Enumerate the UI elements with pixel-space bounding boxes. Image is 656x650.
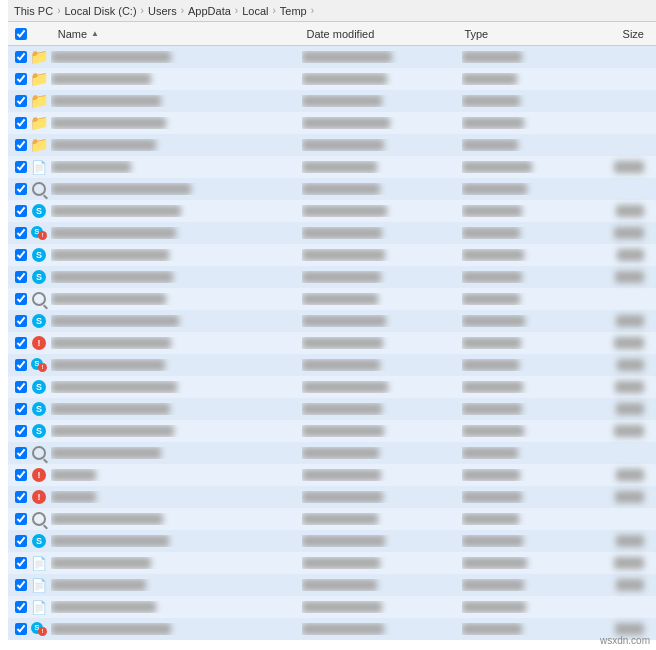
row-checkbox[interactable]: [12, 337, 30, 349]
row-filename: XXXXXXX: [51, 491, 302, 503]
table-row[interactable]: !XXXXXXXXXXXXXXXXXXXXXXXXXXXXXXXXXXXXXXX…: [8, 332, 656, 354]
row-size: XXXX: [582, 469, 652, 481]
row-checkbox[interactable]: [12, 425, 30, 437]
row-type: XXXXXXXXXX: [462, 491, 582, 503]
folder-icon: 📁: [30, 114, 49, 132]
table-row[interactable]: S!XXXXXXXXXXXXXXXXXXXXXXXXXXXXXXXXXXXXXX…: [8, 618, 656, 640]
search-icon: [32, 182, 46, 196]
row-size: XXXXX: [582, 337, 652, 349]
breadcrumb-thispc[interactable]: This PC: [14, 5, 53, 17]
table-row[interactable]: SXXXXXXXXXXXXXXXXXXXXXXXXXXXXXXXXXXXXXXX…: [8, 420, 656, 442]
table-row[interactable]: !XXXXXXXXXXXXXXXXXXXXXXXXXXXXXXXXX: [8, 464, 656, 486]
row-checkbox[interactable]: [12, 447, 30, 459]
row-checkbox[interactable]: [12, 359, 30, 371]
table-row[interactable]: 📄XXXXXXXXXXXXXXXXXXXXXXXXXXXXXXXXXXXXXXX…: [8, 596, 656, 618]
row-type: XXXXXXXXXX: [462, 381, 582, 393]
table-row[interactable]: 📄XXXXXXXXXXXXXXXXXXXXXXXXXXXXXXXXXXXXXXX…: [8, 156, 656, 178]
table-row[interactable]: 📁XXXXXXXXXXXXXXXXXXXXXXXXXXXXXXXXXXXXXXX…: [8, 46, 656, 68]
table-row[interactable]: XXXXXXXXXXXXXXXXXXXXXXXXXXXXXXXXXXXXXXXX…: [8, 178, 656, 200]
row-checkbox[interactable]: [12, 381, 30, 393]
table-row[interactable]: SXXXXXXXXXXXXXXXXXXXXXXXXXXXXXXXXXXXXXXX…: [8, 398, 656, 420]
row-type: XXXXXXXXXX: [462, 623, 582, 635]
row-checkbox[interactable]: [12, 513, 30, 525]
row-filename: XXXXXXXXXXXXXXXXX: [51, 601, 302, 613]
row-date-modified: XXXXXXXXXXXXX: [302, 227, 462, 239]
file-list: 📁XXXXXXXXXXXXXXXXXXXXXXXXXXXXXXXXXXXXXXX…: [8, 46, 656, 650]
row-filename: XXXXXXXXXXXXXXXXXX: [51, 513, 302, 525]
row-filename: XXXXXXXXXXXXX: [51, 161, 302, 173]
row-checkbox[interactable]: [12, 227, 30, 239]
breadcrumb-appdata[interactable]: AppData: [188, 5, 231, 17]
row-size: XXXX: [582, 271, 652, 283]
row-type: XXXXXXXXXX: [462, 403, 582, 415]
breadcrumb-local[interactable]: Local: [242, 5, 268, 17]
select-all-checkbox[interactable]: [15, 28, 27, 40]
row-filename: XXXXXXX: [51, 469, 302, 481]
row-checkbox[interactable]: [12, 73, 30, 85]
row-checkbox[interactable]: [12, 535, 30, 547]
skype-icon: S: [32, 270, 46, 284]
row-checkbox[interactable]: [12, 183, 30, 195]
row-checkbox[interactable]: [12, 95, 30, 107]
table-row[interactable]: 📁XXXXXXXXXXXXXXXXXXXXXXXXXXXXXXXXXXXXXXX: [8, 134, 656, 156]
folder-icon: 📁: [30, 48, 49, 66]
table-row[interactable]: 📁XXXXXXXXXXXXXXXXXXXXXXXXXXXXXXXXXXXXXXX: [8, 68, 656, 90]
skype-icon: S: [32, 314, 46, 328]
skype-icon: S: [32, 204, 46, 218]
row-checkbox[interactable]: [12, 161, 30, 173]
breadcrumb-users[interactable]: Users: [148, 5, 177, 17]
row-checkbox[interactable]: [12, 403, 30, 415]
table-row[interactable]: !XXXXXXXXXXXXXXXXXXXXXXXXXXXXXXXXXX: [8, 486, 656, 508]
table-row[interactable]: SXXXXXXXXXXXXXXXXXXXXXXXXXXXXXXXXXXXXXXX…: [8, 310, 656, 332]
row-checkbox[interactable]: [12, 579, 30, 591]
table-row[interactable]: S!XXXXXXXXXXXXXXXXXXXXXXXXXXXXXXXXXXXXXX…: [8, 222, 656, 244]
row-checkbox[interactable]: [12, 117, 30, 129]
table-row[interactable]: XXXXXXXXXXXXXXXXXXXXXXXXXXXXXXXXXXXXXXXX: [8, 288, 656, 310]
search-icon: [32, 292, 46, 306]
search-icon: [32, 446, 46, 460]
row-filename: XXXXXXXXXXXXXXXXXXXXX: [51, 315, 302, 327]
row-checkbox[interactable]: [12, 51, 30, 63]
row-checkbox[interactable]: [12, 293, 30, 305]
col-header-type[interactable]: Type: [464, 28, 582, 40]
file-icon: 📄: [31, 160, 47, 175]
row-date-modified: XXXXXXXXXXXX: [302, 447, 462, 459]
row-checkbox[interactable]: [12, 139, 30, 151]
row-filename: XXXXXXXXXXXXXXXXXXX: [51, 249, 302, 261]
row-size: XXXX: [582, 403, 652, 415]
row-filename: XXXXXXXXXXXXXXXXXXX: [51, 403, 302, 415]
folder-icon: 📁: [30, 92, 49, 110]
table-row[interactable]: 📁XXXXXXXXXXXXXXXXXXXXXXXXXXXXXXXXXXXXXXX…: [8, 90, 656, 112]
row-date-modified: XXXXXXXXXXXXX: [302, 491, 462, 503]
row-size: XXXX: [582, 359, 652, 371]
row-type: XXXXXXXXX: [462, 293, 582, 305]
row-checkbox[interactable]: [12, 469, 30, 481]
table-row[interactable]: 📁XXXXXXXXXXXXXXXXXXXXXXXXXXXXXXXXXXXXXXX…: [8, 112, 656, 134]
row-checkbox[interactable]: [12, 205, 30, 217]
table-row[interactable]: SXXXXXXXXXXXXXXXXXXXXXXXXXXXXXXXXXXXXXXX…: [8, 530, 656, 552]
col-header-size[interactable]: Size: [583, 28, 652, 40]
table-row[interactable]: S!XXXXXXXXXXXXXXXXXXXXXXXXXXXXXXXXXXXXXX…: [8, 354, 656, 376]
table-row[interactable]: SXXXXXXXXXXXXXXXXXXXXXXXXXXXXXXXXXXXXXXX…: [8, 244, 656, 266]
table-row[interactable]: XXXXXXXXXXXXXXXXXXXXXXXXXXXXXXXXXXXXXXX: [8, 442, 656, 464]
table-row[interactable]: 📄XXXXXXXXXXXXXXXXXXXXXXXXXXXXXXXXXXXXXXX…: [8, 574, 656, 596]
row-checkbox[interactable]: [12, 557, 30, 569]
row-checkbox[interactable]: [12, 271, 30, 283]
table-row[interactable]: 📄XXXXXXXXXXXXXXXXXXXXXXXXXXXXXXXXXXXXXXX…: [8, 552, 656, 574]
row-checkbox[interactable]: [12, 623, 30, 635]
row-type: XXXXXXXXX: [462, 227, 582, 239]
table-row[interactable]: SXXXXXXXXXXXXXXXXXXXXXXXXXXXXXXXXXXXXXXX…: [8, 266, 656, 288]
breadcrumb-temp[interactable]: Temp: [280, 5, 307, 17]
row-date-modified: XXXXXXXXXXXXX: [302, 425, 462, 437]
row-checkbox[interactable]: [12, 249, 30, 261]
row-checkbox[interactable]: [12, 315, 30, 327]
table-row[interactable]: SXXXXXXXXXXXXXXXXXXXXXXXXXXXXXXXXXXXXXXX…: [8, 376, 656, 398]
col-header-name[interactable]: Name ▲: [30, 28, 307, 40]
table-row[interactable]: SXXXXXXXXXXXXXXXXXXXXXXXXXXXXXXXXXXXXXXX…: [8, 200, 656, 222]
row-checkbox[interactable]: [12, 491, 30, 503]
col-header-date[interactable]: Date modified: [306, 28, 464, 40]
row-date-modified: XXXXXXXXXXXXXX: [302, 205, 462, 217]
table-row[interactable]: XXXXXXXXXXXXXXXXXXXXXXXXXXXXXXXXXXXXXXX: [8, 508, 656, 530]
breadcrumb-localdisk[interactable]: Local Disk (C:): [64, 5, 136, 17]
row-checkbox[interactable]: [12, 601, 30, 613]
